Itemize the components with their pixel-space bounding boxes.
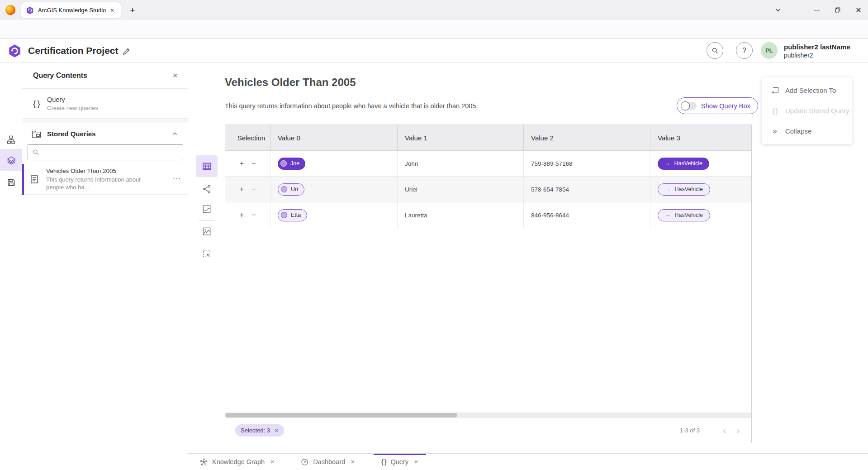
- knowledge-graph-icon: [200, 458, 208, 466]
- new-query-item[interactable]: { } Query Create new queries: [22, 89, 188, 119]
- add-to-selection-button[interactable]: +: [240, 160, 244, 167]
- toggle-label: Show Query Box: [701, 102, 750, 110]
- table-view-button-active[interactable]: [196, 155, 218, 177]
- user-name: publisher2 lastName: [784, 43, 850, 52]
- col-header-value2[interactable]: Value 2: [524, 125, 650, 150]
- browser-toolbar: ← → ⟳ https://dev0028833.esri.com/portal…: [0, 20, 868, 39]
- item-overflow-menu-icon[interactable]: ⋯: [173, 174, 181, 183]
- browser-tab[interactable]: ArcGIS Knowledge Studio ✕: [21, 2, 121, 18]
- pagination-range: 1-3 of 3: [680, 427, 700, 434]
- browser-tab-strip: ArcGIS Knowledge Studio ✕ + ✕: [0, 0, 868, 20]
- clear-selection-icon[interactable]: ✕: [274, 427, 279, 434]
- entity-pill[interactable]: Etta: [278, 209, 307, 221]
- stored-query-item[interactable]: Vehicles Older Than 2005 This query retu…: [22, 164, 188, 195]
- stored-query-desc-1: This query returns information about: [46, 176, 141, 183]
- firefox-icon[interactable]: [5, 5, 15, 15]
- cell-value1[interactable]: John: [398, 151, 524, 176]
- col-header-value3[interactable]: Value 3: [650, 125, 751, 150]
- cell-value2[interactable]: 846-956-8644: [524, 202, 650, 228]
- query-contents-panel: Query Contents ✕ { } Query Create new qu…: [22, 63, 188, 470]
- selected-count-chip[interactable]: Selected: 3 ✕: [235, 424, 284, 436]
- relationship-pill[interactable]: →HasVehicle: [658, 183, 710, 196]
- relationship-pill-selected[interactable]: →HasVehicle: [658, 158, 709, 170]
- selection-context-menu: Add Selection To { } Update Stored Query…: [762, 77, 852, 144]
- search-icon: [711, 47, 719, 54]
- table-row[interactable]: + − Uri Uriel 578-654-7854 →HasVehicle: [225, 177, 751, 202]
- arrow-right-icon: →: [664, 160, 670, 167]
- window-close-button[interactable]: ✕: [849, 3, 868, 17]
- stored-query-title: Vehicles Older Than 2005: [46, 168, 116, 174]
- selection-tool-button[interactable]: [196, 243, 218, 264]
- user-avatar[interactable]: PL: [761, 42, 778, 59]
- view-tab-bar: Knowledge Graph ✕ Dashboard ✕ { } Query …: [188, 453, 868, 470]
- show-query-box-toggle[interactable]: Show Query Box: [677, 97, 758, 114]
- tab-dashboard[interactable]: Dashboard ✕: [293, 454, 363, 470]
- edit-pencil-icon[interactable]: [122, 47, 131, 56]
- menu-item-add-selection-to[interactable]: Add Selection To: [762, 80, 852, 101]
- stored-query-doc-icon: [30, 175, 39, 184]
- entity-pill-selected[interactable]: Joe: [278, 158, 305, 170]
- window-restore-button[interactable]: [829, 3, 847, 17]
- cell-value1[interactable]: Uriel: [398, 177, 524, 202]
- map-view-button[interactable]: [196, 198, 218, 220]
- relationship-pill[interactable]: →HasVehicle: [658, 209, 710, 221]
- cell-value1[interactable]: Lauretta: [398, 202, 524, 228]
- col-header-value0[interactable]: Value 0: [270, 125, 398, 150]
- window-minimize-button[interactable]: [808, 3, 826, 17]
- braces-icon: { }: [770, 107, 779, 115]
- table-header-row: Selection Value 0 Value 1 Value 2 Value …: [225, 125, 751, 151]
- data-model-icon[interactable]: [0, 129, 22, 151]
- link-chart-button[interactable]: [196, 178, 218, 200]
- panel-header: Query Contents ✕: [22, 63, 188, 89]
- add-selection-icon: [771, 86, 779, 95]
- tab-close-icon[interactable]: ✕: [414, 459, 418, 465]
- tab-knowledge-graph[interactable]: Knowledge Graph ✕: [192, 454, 282, 470]
- marquee-select-icon: [202, 249, 211, 258]
- chart-view-button[interactable]: [196, 221, 218, 242]
- col-header-value1[interactable]: Value 1: [398, 125, 524, 150]
- toggle-track[interactable]: [681, 102, 697, 110]
- search-input[interactable]: [43, 149, 178, 156]
- user-info[interactable]: publisher2 lastName publisher2: [784, 43, 850, 59]
- add-to-selection-button[interactable]: +: [240, 186, 244, 193]
- browser-tab-title: ArcGIS Knowledge Studio: [38, 7, 108, 14]
- toggle-knob[interactable]: [681, 101, 690, 110]
- table-row[interactable]: + − Joe John 759-889-57168 →HasVehicle: [225, 151, 751, 177]
- next-page-chevron[interactable]: ›: [731, 426, 745, 436]
- header-search-button[interactable]: [707, 42, 723, 59]
- horizontal-scrollbar[interactable]: [225, 412, 751, 418]
- chevron-up-icon[interactable]: [172, 131, 178, 137]
- cell-value2[interactable]: 578-654-7854: [524, 177, 650, 202]
- selected-indicator-bar: [22, 164, 24, 195]
- tab-query-active[interactable]: { } Query ✕: [374, 454, 426, 470]
- stored-query-desc-2: people who ha...: [46, 184, 89, 191]
- cell-value2[interactable]: 759-889-57168: [524, 151, 650, 176]
- help-button[interactable]: ?: [736, 42, 753, 59]
- col-header-selection[interactable]: Selection: [225, 125, 270, 150]
- scrollbar-thumb[interactable]: [225, 413, 457, 417]
- new-tab-button[interactable]: +: [126, 4, 139, 17]
- remove-from-selection-button[interactable]: −: [251, 160, 256, 167]
- table-empty-area: [225, 228, 751, 412]
- table-footer: Selected: 3 ✕ 1-3 of 3 ‹ ›: [225, 418, 751, 443]
- tab-list-chevron-icon[interactable]: [769, 3, 787, 17]
- table-row[interactable]: + − Etta Lauretta 846-956-8644 →HasVehic…: [225, 202, 751, 228]
- remove-from-selection-button[interactable]: −: [251, 211, 256, 219]
- tab-close-icon[interactable]: ✕: [270, 459, 275, 465]
- prev-page-chevron[interactable]: ‹: [718, 426, 731, 436]
- user-login: publisher2: [784, 52, 850, 60]
- menu-item-update-stored-query[interactable]: { } Update Stored Query: [762, 101, 852, 121]
- add-to-selection-button[interactable]: +: [240, 211, 244, 219]
- panel-close-icon[interactable]: ✕: [172, 72, 178, 79]
- remove-from-selection-button[interactable]: −: [251, 186, 256, 193]
- save-icon[interactable]: [0, 171, 22, 193]
- tab-close-icon[interactable]: ✕: [108, 6, 116, 14]
- braces-icon: { }: [33, 99, 47, 109]
- layers-icon-selected[interactable]: [0, 149, 22, 171]
- stored-queries-header[interactable]: Stored Queries: [22, 125, 188, 142]
- entity-pill[interactable]: Uri: [278, 183, 304, 196]
- left-icon-rail: »: [0, 63, 22, 470]
- menu-item-collapse[interactable]: » Collapse: [762, 121, 852, 141]
- tab-close-icon[interactable]: ✕: [351, 459, 355, 465]
- stored-queries-searchbox[interactable]: [28, 144, 183, 160]
